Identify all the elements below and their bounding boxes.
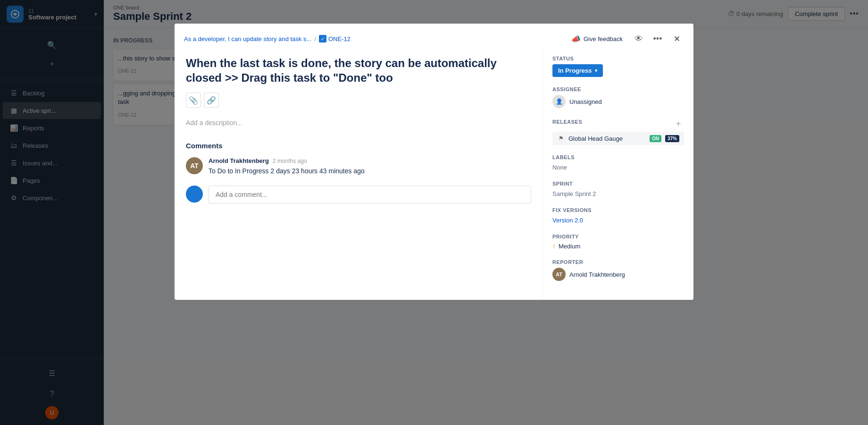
labels-value: None	[552, 164, 567, 171]
comments-heading: Comments	[186, 142, 531, 150]
sprint-label: Sprint	[552, 181, 684, 187]
releases-label: Releases	[552, 119, 582, 125]
labels-section: Labels None	[552, 154, 684, 171]
description-field[interactable]: Add a description...	[186, 115, 531, 130]
breadcrumb-issue-link[interactable]: ✓ ONE-12	[319, 35, 351, 42]
labels-label: Labels	[552, 154, 684, 160]
comment-timestamp: 2 months ago	[273, 158, 307, 164]
eye-icon: 👁	[634, 34, 643, 44]
assignee-avatar: 👤	[552, 95, 566, 108]
modal-body: When the last task is done, the story ca…	[175, 46, 693, 300]
link-button[interactable]: 🔗	[204, 93, 219, 108]
reporter-label: Reporter	[552, 259, 684, 265]
add-comment-input[interactable]	[209, 186, 531, 204]
comment-text: To Do to In Progress 2 days 23 hours 43 …	[209, 166, 531, 176]
status-section: Status In Progress ▾	[552, 56, 684, 77]
sprint-section: Sprint Sample Sprint 2	[552, 181, 684, 198]
assignee-row: 👤 Unassigned	[552, 95, 684, 108]
add-release-button[interactable]: ＋	[673, 118, 684, 129]
close-button[interactable]: ✕	[669, 31, 684, 46]
current-user-avatar: 👤	[186, 186, 203, 203]
close-icon: ✕	[674, 34, 680, 43]
comment-author-avatar: AT	[186, 157, 203, 174]
comment-content: Arnold Trakhtenberg 2 months ago To Do t…	[209, 157, 531, 176]
watch-button[interactable]: 👁	[631, 31, 646, 46]
give-feedback-label: Give feedback	[584, 35, 623, 42]
reporter-row: AT Arnold Trakhtenberg	[552, 268, 684, 281]
assignee-label: Assignee	[552, 86, 684, 92]
more-options-button[interactable]: •••	[650, 31, 665, 46]
comment-item: AT Arnold Trakhtenberg 2 months ago To D…	[186, 157, 531, 176]
modal-header-actions: 📣 Give feedback 👁 ••• ✕	[567, 31, 684, 46]
modal: As a developer, I can update story and t…	[175, 24, 693, 300]
priority-row: ↑ Medium	[552, 242, 684, 250]
issue-type-icon: ✓	[319, 35, 326, 42]
reporter-section: Reporter AT Arnold Trakhtenberg	[552, 259, 684, 281]
add-comment-row: 👤	[186, 186, 531, 204]
more-icon: •••	[653, 34, 662, 44]
issue-title: When the last task is done, the story ca…	[186, 56, 531, 85]
releases-header: Releases ＋	[552, 118, 684, 129]
status-button[interactable]: In Progress ▾	[552, 64, 603, 77]
release-on-badge: ON	[650, 135, 661, 142]
paperclip-icon: 📎	[189, 96, 198, 105]
comment-author-name: Arnold Trakhtenberg	[209, 157, 269, 164]
fix-version-link[interactable]: Version 2.0	[552, 217, 583, 224]
modal-toolbar: 📎 🔗	[186, 93, 531, 108]
reporter-name: Arnold Trakhtenberg	[569, 271, 625, 278]
fix-versions-label: Fix versions	[552, 207, 684, 213]
modal-overlay[interactable]: As a developer, I can update story and t…	[0, 0, 868, 425]
comment-meta: Arnold Trakhtenberg 2 months ago	[209, 157, 531, 164]
breadcrumb-parent-link[interactable]: As a developer, I can update story and t…	[184, 35, 311, 42]
modal-header: As a developer, I can update story and t…	[175, 24, 693, 46]
breadcrumb: As a developer, I can update story and t…	[184, 35, 563, 42]
priority-section: Priority ↑ Medium	[552, 234, 684, 250]
flag-icon: ⚑	[557, 135, 565, 142]
release-name: Global Head Gauge	[568, 135, 646, 142]
sprint-value: Sample Sprint 2	[552, 190, 596, 197]
user-icon: 👤	[191, 190, 199, 198]
assignee-name: Unassigned	[569, 98, 602, 105]
link-icon: 🔗	[207, 96, 216, 105]
priority-arrow-icon: ↑	[552, 242, 556, 250]
modal-right-panel: Status In Progress ▾ Assignee 👤 Unassign…	[542, 46, 693, 300]
issue-id-label: ONE-12	[328, 35, 351, 42]
person-icon: 👤	[556, 98, 563, 105]
attach-button[interactable]: 📎	[186, 93, 201, 108]
priority-value: Medium	[559, 243, 580, 250]
priority-label: Priority	[552, 234, 684, 239]
assignee-section: Assignee 👤 Unassigned	[552, 86, 684, 108]
chevron-down-icon: ▾	[595, 68, 597, 73]
status-label: Status	[552, 56, 684, 61]
releases-section: Releases ＋ ⚑ Global Head Gauge ON 37%	[552, 118, 684, 145]
release-item: ⚑ Global Head Gauge ON 37%	[552, 132, 684, 145]
modal-left-panel: When the last task is done, the story ca…	[175, 46, 542, 300]
release-percent-badge: 37%	[665, 135, 679, 142]
breadcrumb-separator: /	[314, 35, 316, 42]
fix-versions-section: Fix versions Version 2.0	[552, 207, 684, 224]
megaphone-icon: 📣	[571, 34, 581, 43]
reporter-avatar: AT	[552, 268, 566, 281]
status-value: In Progress	[558, 67, 592, 74]
give-feedback-button[interactable]: 📣 Give feedback	[567, 32, 627, 46]
